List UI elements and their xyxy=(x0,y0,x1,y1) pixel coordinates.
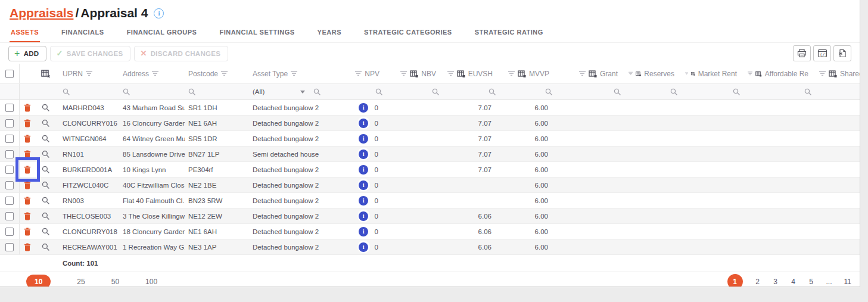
search-icon[interactable] xyxy=(733,88,741,96)
add-button[interactable]: + ADD xyxy=(8,46,46,61)
npv-warning-icon[interactable]: i xyxy=(357,148,370,160)
delete-icon[interactable] xyxy=(24,212,31,220)
row-search-icon[interactable] xyxy=(42,166,50,174)
npv-warning-icon[interactable]: i xyxy=(357,210,370,222)
tab-assets[interactable]: ASSETS xyxy=(10,27,40,42)
search-icon[interactable] xyxy=(123,88,130,96)
select-all-checkbox[interactable] xyxy=(5,70,14,78)
row-search-icon[interactable] xyxy=(42,119,50,127)
tab-financial-groups[interactable]: FINANCIAL GROUPS xyxy=(126,27,198,42)
page-5[interactable]: 5 xyxy=(808,278,814,286)
page-1[interactable]: 1 xyxy=(727,274,743,288)
filter-icon[interactable] xyxy=(508,71,515,76)
print-button[interactable] xyxy=(793,45,811,61)
row-search-icon[interactable] xyxy=(42,243,50,251)
column-header-euvsh[interactable]: EUVSH xyxy=(468,70,493,78)
column-header-uprn[interactable]: UPRN xyxy=(63,70,83,78)
breadcrumb-appraisals-link[interactable]: Appraisals xyxy=(10,6,73,20)
column-header-affordable-re[interactable]: Affordable Re xyxy=(765,70,808,78)
row-checkbox[interactable] xyxy=(5,243,14,251)
row-checkbox[interactable] xyxy=(5,228,14,236)
delete-icon[interactable] xyxy=(24,135,31,143)
npv-warning-icon[interactable]: i xyxy=(357,241,370,253)
search-icon[interactable] xyxy=(670,88,678,96)
tab-financial-settings[interactable]: FINANCIAL SETTINGS xyxy=(218,27,295,42)
column-header-nbv[interactable]: NBV xyxy=(421,70,436,78)
grid-options-button[interactable]: (/) xyxy=(813,45,831,61)
delete-icon[interactable] xyxy=(24,197,31,205)
filter-icon[interactable] xyxy=(629,71,633,76)
filter-icon[interactable] xyxy=(291,71,297,76)
filter-icon[interactable] xyxy=(748,71,752,76)
row-checkbox[interactable] xyxy=(5,212,14,220)
row-search-icon[interactable] xyxy=(42,228,50,236)
search-icon[interactable] xyxy=(804,88,812,96)
tab-strategic-rating[interactable]: STRATEGIC RATING xyxy=(474,27,545,42)
row-search-icon[interactable] xyxy=(42,181,50,189)
filter-icon[interactable] xyxy=(400,71,407,76)
column-header-postcode[interactable]: Postcode xyxy=(188,70,218,78)
asset-type-filter-select[interactable]: (All) xyxy=(253,88,307,95)
column-header-reserves[interactable]: Reserves xyxy=(644,70,674,78)
column-header-mvvp[interactable]: MVVP xyxy=(529,70,549,78)
column-header-grant[interactable]: Grant xyxy=(600,70,618,78)
npv-warning-icon[interactable]: i xyxy=(357,194,370,207)
row-checkbox[interactable] xyxy=(5,181,14,189)
column-header-address[interactable]: Address xyxy=(123,70,149,78)
save-changes-button[interactable]: ✓ SAVE CHANGES xyxy=(50,46,130,61)
search-icon[interactable] xyxy=(188,88,196,96)
row-search-icon[interactable] xyxy=(42,104,50,112)
delete-icon[interactable] xyxy=(24,243,31,251)
row-checkbox[interactable] xyxy=(5,135,14,143)
filter-icon[interactable] xyxy=(86,71,92,76)
row-search-icon[interactable] xyxy=(42,150,50,158)
page-2[interactable]: 2 xyxy=(755,278,761,286)
row-search-icon[interactable] xyxy=(42,135,50,143)
search-icon[interactable] xyxy=(614,88,621,96)
row-checkbox[interactable] xyxy=(5,197,14,205)
filter-icon[interactable] xyxy=(819,71,826,76)
filter-icon[interactable] xyxy=(355,71,362,76)
row-checkbox[interactable] xyxy=(5,104,14,112)
delete-icon[interactable] xyxy=(24,228,31,236)
npv-warning-icon[interactable]: i xyxy=(357,225,370,238)
info-icon[interactable]: i xyxy=(154,8,164,18)
search-icon[interactable] xyxy=(375,88,383,96)
discard-changes-button[interactable]: ✕ DISCARD CHANGES xyxy=(134,46,228,61)
search-icon[interactable] xyxy=(313,88,321,96)
tab-financials[interactable]: FINANCIALS xyxy=(60,27,105,42)
filter-icon[interactable] xyxy=(152,71,158,76)
column-header-asset-type[interactable]: Asset Type xyxy=(253,70,288,78)
page-size-10[interactable]: 10 xyxy=(26,275,51,288)
npv-warning-icon[interactable]: i xyxy=(357,179,370,191)
filter-icon[interactable] xyxy=(685,71,688,76)
row-checkbox[interactable] xyxy=(5,150,14,158)
filter-icon[interactable] xyxy=(579,71,586,76)
export-button[interactable] xyxy=(833,45,851,61)
tab-years[interactable]: YEARS xyxy=(316,27,343,42)
search-icon[interactable] xyxy=(545,88,553,96)
page-size-100[interactable]: 100 xyxy=(145,278,157,286)
row-search-icon[interactable] xyxy=(42,212,50,220)
npv-warning-icon[interactable]: i xyxy=(357,101,370,114)
column-header-shared[interactable]: Shared xyxy=(840,70,860,78)
row-checkbox[interactable] xyxy=(5,119,14,127)
row-checkbox[interactable] xyxy=(5,166,14,174)
tab-strategic-categories[interactable]: STRATEGIC CATEGORIES xyxy=(363,27,453,42)
filter-icon[interactable] xyxy=(221,71,228,76)
search-icon[interactable] xyxy=(432,88,440,96)
search-icon[interactable] xyxy=(63,88,70,96)
delete-icon[interactable] xyxy=(24,181,31,189)
column-header-market-rent[interactable]: Market Rent xyxy=(698,70,737,78)
search-icon[interactable] xyxy=(489,88,496,96)
page-size-50[interactable]: 50 xyxy=(111,278,119,286)
page-11[interactable]: 11 xyxy=(844,278,851,286)
delete-icon[interactable] xyxy=(24,104,31,112)
npv-warning-icon[interactable]: i xyxy=(357,163,370,176)
npv-warning-icon[interactable]: i xyxy=(357,132,370,145)
column-header-npv[interactable]: NPV xyxy=(365,70,379,78)
filter-icon[interactable] xyxy=(447,71,454,76)
grid-clear-icon[interactable] xyxy=(41,70,51,78)
row-search-icon[interactable] xyxy=(42,197,50,205)
npv-warning-icon[interactable]: i xyxy=(357,117,370,129)
